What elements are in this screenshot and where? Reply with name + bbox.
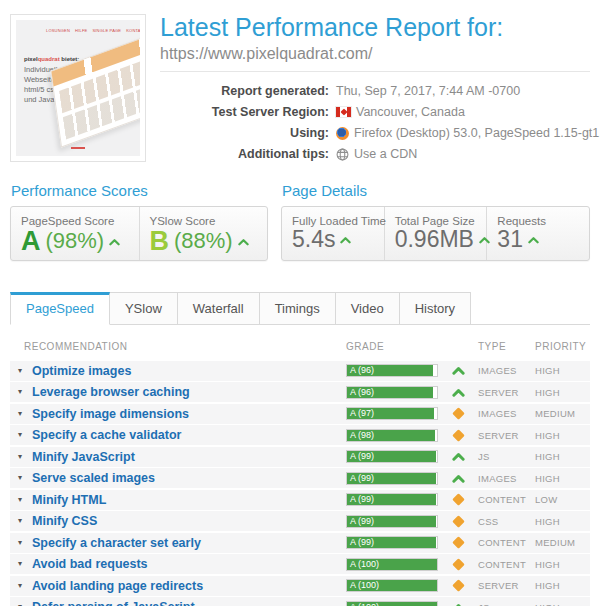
trend-indicator: [438, 495, 478, 504]
expand-arrow-icon[interactable]: ▾: [10, 431, 24, 439]
grade-bar: A (97): [346, 407, 438, 420]
grade-bar-label: A (98): [350, 430, 374, 442]
grade-bar: A (99): [346, 536, 438, 549]
trend-up-arrow-icon: [452, 388, 465, 397]
trend-up-caret-icon: [238, 238, 249, 246]
meta-label-test-server-region: Test Server Region:: [160, 105, 336, 119]
recommendation-link-specify-image-dimensions[interactable]: Specify image dimensions: [24, 407, 346, 421]
tab-video[interactable]: Video: [336, 292, 400, 325]
grade-bar: A (100): [346, 601, 438, 606]
no-change-diamond-icon: [452, 407, 465, 420]
page-title: Latest Performance Report for:: [160, 14, 590, 42]
tab-pagespeed[interactable]: PageSpeed: [10, 292, 110, 325]
table-row: ▾Avoid landing page redirectsA (100)SERV…: [10, 576, 590, 596]
type-cell: IMAGES: [478, 365, 535, 376]
tab-filler: [471, 292, 590, 325]
table-header-row: RECOMMENDATIONGRADETYPEPRIORITY: [10, 333, 590, 361]
priority-cell: MEDIUM: [535, 408, 590, 419]
meta-value-additional-tips[interactable]: Use a CDN: [336, 147, 417, 161]
table-row: ▾Specify a cache validatorA (98)SERVERHI…: [10, 425, 590, 445]
expand-arrow-icon[interactable]: ▾: [10, 474, 24, 482]
grade-bar-label: A (96): [350, 365, 374, 377]
recommendation-link-optimize-images[interactable]: Optimize images: [24, 364, 346, 378]
detail-cell-total-page-size: Total Page Size0.96MB: [385, 207, 488, 260]
trend-indicator: [438, 409, 478, 418]
column-header-type: TYPE: [478, 341, 535, 352]
meta-text-additional-tips: Use a CDN: [354, 147, 417, 161]
thumb-nav: LÖSUNGENHILFESINGLE PAGEKONTAKT: [24, 27, 134, 33]
recommendation-link-serve-scaled-images[interactable]: Serve scaled images: [24, 471, 346, 485]
type-cell: SERVER: [478, 387, 535, 398]
priority-cell: HIGH: [535, 451, 590, 462]
recommendation-link-defer-parsing-of-javascript[interactable]: Defer parsing of JavaScript: [24, 600, 346, 606]
detail-value: 31: [497, 228, 579, 251]
expand-arrow-icon[interactable]: ▾: [10, 453, 24, 461]
thumb-page-mockup: [50, 28, 140, 147]
thumb-nav-link-hilfe: HILFE: [75, 28, 87, 33]
expand-arrow-icon[interactable]: ▾: [10, 367, 24, 375]
expand-arrow-icon[interactable]: ▾: [10, 539, 24, 547]
detail-number: 5.4s: [292, 228, 335, 251]
thumb-nav-link-kontakt: KONTAKT: [126, 28, 140, 33]
trend-indicator: [438, 581, 478, 590]
table-row: ▾Leverage browser cachingA (96)SERVERHIG…: [10, 382, 590, 402]
thumb-pagination-dash: [71, 147, 85, 149]
trend-indicator: [438, 366, 478, 375]
header-divider: [160, 71, 590, 72]
report-header-right: Latest Performance Report for: https://w…: [160, 14, 590, 165]
type-cell: JS: [478, 451, 535, 462]
trend-up-caret-icon: [109, 238, 120, 246]
detail-value: 5.4s: [292, 228, 374, 251]
expand-arrow-icon[interactable]: ▾: [10, 410, 24, 418]
priority-cell: HIGH: [535, 602, 590, 606]
expand-arrow-icon[interactable]: ▾: [10, 517, 24, 525]
column-header-recommendation: RECOMMENDATION: [10, 341, 346, 352]
trend-indicator: [438, 452, 478, 461]
grade-bar: A (96): [346, 386, 438, 399]
no-change-diamond-icon: [452, 515, 465, 528]
recommendation-link-specify-a-character-set-early[interactable]: Specify a character set early: [24, 536, 346, 550]
trend-up-caret-icon: [528, 236, 539, 244]
globe-icon: [336, 148, 349, 161]
table-row: ▾Specify a character set earlyA (99)CONT…: [10, 533, 590, 553]
recommendation-link-specify-a-cache-validator[interactable]: Specify a cache validator: [24, 428, 346, 442]
thumb-brand-black: pixel: [24, 56, 38, 62]
grade-bar: A (100): [346, 558, 438, 571]
recommendation-link-minify-css[interactable]: Minify CSS: [24, 514, 346, 528]
type-cell: CONTENT: [478, 494, 535, 505]
site-thumbnail[interactable]: LÖSUNGENHILFESINGLE PAGEKONTAKT pixelqua…: [10, 14, 146, 162]
priority-cell: HIGH: [535, 516, 590, 527]
expand-arrow-icon[interactable]: ▾: [10, 496, 24, 504]
no-change-diamond-icon: [452, 558, 465, 571]
detail-number: 31: [497, 228, 523, 251]
recommendation-link-avoid-landing-page-redirects[interactable]: Avoid landing page redirects: [24, 579, 346, 593]
detail-label: Requests: [497, 215, 579, 227]
tab-timings[interactable]: Timings: [260, 292, 336, 325]
table-row: ▾Minify JavaScriptA (99)JSHIGH: [10, 447, 590, 467]
detail-label: Total Page Size: [395, 215, 477, 227]
trend-indicator: [438, 388, 478, 397]
meta-text-test-server-region: Vancouver, Canada: [356, 105, 465, 119]
expand-arrow-icon[interactable]: ▾: [10, 560, 24, 568]
recommendation-link-minify-html[interactable]: Minify HTML: [24, 493, 346, 507]
meta-row-using: Using:Firefox (Desktop) 53.0, PageSpeed …: [160, 123, 590, 144]
type-cell: SERVER: [478, 580, 535, 591]
grade-bar: A (96): [346, 364, 438, 377]
meta-text-report-generated: Thu, Sep 7, 2017, 7:44 AM -0700: [336, 84, 520, 98]
canada-flag-icon: [336, 107, 351, 117]
recommendation-link-minify-javascript[interactable]: Minify JavaScript: [24, 450, 346, 464]
recommendation-link-avoid-bad-requests[interactable]: Avoid bad requests: [24, 557, 346, 571]
meta-label-additional-tips: Additional tips:: [160, 147, 336, 161]
table-body: ▾Optimize imagesA (96)IMAGESHIGH▾Leverag…: [10, 361, 590, 606]
score-section: Performance Scores PageSpeed ScoreA(98%)…: [0, 182, 600, 261]
tab-waterfall[interactable]: Waterfall: [178, 292, 260, 325]
recommendation-link-leverage-browser-caching[interactable]: Leverage browser caching: [24, 385, 346, 399]
detail-value: 0.96MB: [395, 228, 477, 251]
type-cell: JS: [478, 602, 535, 606]
expand-arrow-icon[interactable]: ▾: [10, 388, 24, 396]
expand-arrow-icon[interactable]: ▾: [10, 582, 24, 590]
tab-yslow[interactable]: YSlow: [110, 292, 178, 325]
tab-history[interactable]: History: [400, 292, 471, 325]
trend-up-arrow-icon: [452, 474, 465, 483]
no-change-diamond-icon: [452, 536, 465, 549]
